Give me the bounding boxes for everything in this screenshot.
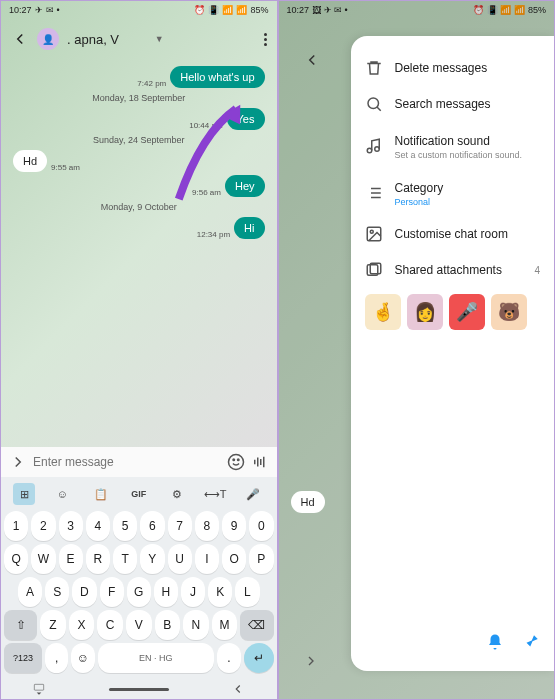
svg-point-10 bbox=[374, 146, 379, 151]
pin-icon[interactable] bbox=[522, 633, 540, 651]
key-j[interactable]: J bbox=[181, 577, 205, 607]
chevron-right-icon[interactable] bbox=[303, 653, 319, 669]
message-in[interactable]: Hd 9:55 am bbox=[13, 150, 265, 172]
message-out[interactable]: 9:56 am Hey bbox=[13, 175, 265, 197]
back-icon[interactable] bbox=[11, 30, 29, 48]
key-t[interactable]: T bbox=[113, 544, 137, 574]
kb-mic-icon[interactable]: 🎤 bbox=[242, 483, 264, 505]
key-space[interactable]: EN · HG bbox=[98, 643, 215, 673]
key-m[interactable]: M bbox=[212, 610, 238, 640]
kb-text-icon[interactable]: ⟷T bbox=[204, 483, 226, 505]
key-backspace[interactable]: ⌫ bbox=[240, 610, 273, 640]
attachment-thumb[interactable]: 🤞 bbox=[365, 294, 401, 330]
avatar[interactable]: 👤 bbox=[37, 28, 59, 50]
key-o[interactable]: O bbox=[222, 544, 246, 574]
vibrate-icon: 📳 bbox=[208, 5, 219, 15]
options-sheet: Delete messages Search messages Notifica… bbox=[351, 36, 555, 671]
svg-rect-3 bbox=[254, 460, 256, 465]
voice-wave-icon[interactable] bbox=[251, 453, 269, 471]
key-y[interactable]: Y bbox=[140, 544, 164, 574]
message-input[interactable] bbox=[33, 455, 221, 469]
menu-delete[interactable]: Delete messages bbox=[361, 50, 545, 86]
svg-rect-7 bbox=[35, 684, 44, 690]
key-k[interactable]: K bbox=[208, 577, 232, 607]
key-e[interactable]: E bbox=[59, 544, 83, 574]
message-list[interactable]: 7:42 pm Hello what's up Monday, 18 Septe… bbox=[1, 59, 277, 447]
svg-rect-4 bbox=[257, 458, 259, 467]
key-1[interactable]: 1 bbox=[4, 511, 28, 541]
key-d[interactable]: D bbox=[72, 577, 96, 607]
key-i[interactable]: I bbox=[195, 544, 219, 574]
key-2[interactable]: 2 bbox=[31, 511, 55, 541]
kb-clipboard-icon[interactable]: 📋 bbox=[90, 483, 112, 505]
kb-sticker-icon[interactable]: ☺ bbox=[51, 483, 73, 505]
kb-gif-button[interactable]: GIF bbox=[128, 483, 150, 505]
attachment-thumb[interactable]: 👩 bbox=[407, 294, 443, 330]
sound-icon bbox=[365, 137, 383, 155]
kb-hide-icon[interactable] bbox=[32, 682, 46, 696]
nav-home[interactable] bbox=[109, 688, 169, 691]
menu-attachments[interactable]: Shared attachments 4 bbox=[361, 252, 545, 288]
svg-point-12 bbox=[370, 230, 373, 233]
chevron-down-icon[interactable]: ▼ bbox=[155, 34, 164, 44]
battery-text: 85% bbox=[250, 5, 268, 15]
date-divider: Monday, 18 September bbox=[13, 93, 265, 103]
key-b[interactable]: B bbox=[155, 610, 181, 640]
key-3[interactable]: 3 bbox=[59, 511, 83, 541]
menu-screen: 10:27 🖼 ✈ ✉ • ⏰ 📳 📶 📶 85% Hd Delete mess… bbox=[278, 0, 556, 700]
key-a[interactable]: A bbox=[18, 577, 42, 607]
nav-back-icon[interactable] bbox=[231, 682, 245, 696]
menu-notification[interactable]: Notification sound Set a custom notifica… bbox=[361, 122, 545, 169]
key-9[interactable]: 9 bbox=[222, 511, 246, 541]
alarm-icon: ⏰ bbox=[194, 5, 205, 15]
contact-name[interactable]: . apna, V bbox=[67, 32, 151, 47]
key-r[interactable]: R bbox=[86, 544, 110, 574]
key-n[interactable]: N bbox=[183, 610, 209, 640]
key-8[interactable]: 8 bbox=[195, 511, 219, 541]
message-out[interactable]: 10:44 am Yes bbox=[13, 108, 265, 130]
key-z[interactable]: Z bbox=[40, 610, 66, 640]
key-f[interactable]: F bbox=[100, 577, 124, 607]
list-icon bbox=[365, 184, 383, 202]
menu-category[interactable]: Category Personal bbox=[361, 169, 545, 216]
key-w[interactable]: W bbox=[31, 544, 55, 574]
more-icon[interactable] bbox=[264, 33, 267, 46]
kb-apps-icon[interactable]: ⊞ bbox=[13, 483, 35, 505]
key-h[interactable]: H bbox=[154, 577, 178, 607]
key-0[interactable]: 0 bbox=[249, 511, 273, 541]
emoji-icon[interactable] bbox=[227, 453, 245, 471]
key-q[interactable]: Q bbox=[4, 544, 28, 574]
key-period[interactable]: . bbox=[217, 643, 240, 673]
key-u[interactable]: U bbox=[168, 544, 192, 574]
menu-search[interactable]: Search messages bbox=[361, 86, 545, 122]
bell-icon[interactable] bbox=[486, 633, 504, 651]
status-time: 10:27 bbox=[9, 5, 32, 15]
expand-icon[interactable] bbox=[9, 453, 27, 471]
key-c[interactable]: C bbox=[97, 610, 123, 640]
attachment-thumb[interactable]: 🎤 bbox=[449, 294, 485, 330]
back-icon[interactable] bbox=[303, 51, 321, 69]
svg-point-2 bbox=[237, 459, 239, 461]
message-out[interactable]: 7:42 pm Hello what's up bbox=[13, 66, 265, 88]
keyboard: ⊞ ☺ 📋 GIF ⚙ ⟷T 🎤 1234567890 QWERTYUIOP A… bbox=[1, 477, 277, 699]
key-6[interactable]: 6 bbox=[140, 511, 164, 541]
key-l[interactable]: L bbox=[235, 577, 259, 607]
key-7[interactable]: 7 bbox=[168, 511, 192, 541]
key-emoji[interactable]: ☺ bbox=[71, 643, 94, 673]
message-out[interactable]: 12:34 pm Hi bbox=[13, 217, 265, 239]
attachment-thumb[interactable]: 🐻 bbox=[491, 294, 527, 330]
key-4[interactable]: 4 bbox=[86, 511, 110, 541]
key-x[interactable]: X bbox=[69, 610, 95, 640]
key-numbers[interactable]: ?123 bbox=[4, 643, 42, 673]
key-p[interactable]: P bbox=[249, 544, 273, 574]
key-g[interactable]: G bbox=[127, 577, 151, 607]
kb-settings-icon[interactable]: ⚙ bbox=[166, 483, 188, 505]
key-shift[interactable]: ⇧ bbox=[4, 610, 37, 640]
menu-customise[interactable]: Customise chat room bbox=[361, 216, 545, 252]
key-enter[interactable]: ↵ bbox=[244, 643, 274, 673]
key-s[interactable]: S bbox=[45, 577, 69, 607]
key-5[interactable]: 5 bbox=[113, 511, 137, 541]
compose-bar bbox=[1, 447, 277, 477]
key-comma[interactable]: , bbox=[45, 643, 68, 673]
key-v[interactable]: V bbox=[126, 610, 152, 640]
